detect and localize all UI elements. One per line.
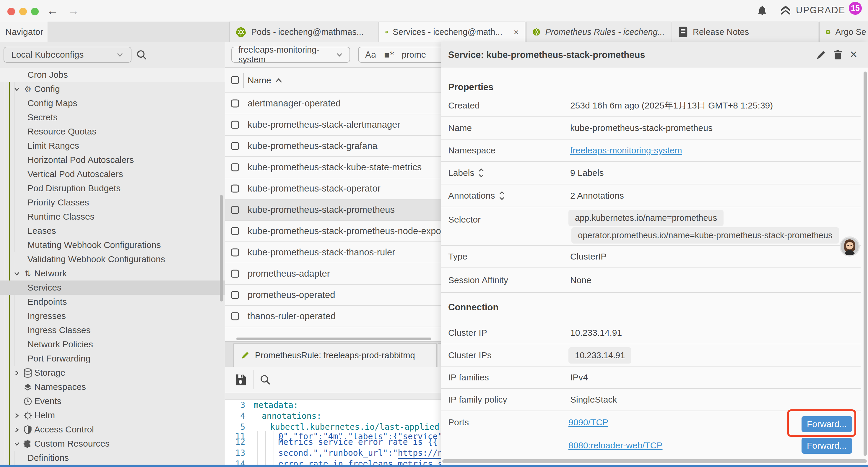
sidebar-item-pod-disruption-budgets[interactable]: Pod Disruption Budgets [0,181,225,195]
sidebar-group-custom-resources[interactable]: Custom Resources [0,437,225,451]
window-close-button[interactable] [7,8,15,16]
sidebar-item-horizontal-pod-autoscalers[interactable]: Horizontal Pod Autoscalers [0,153,225,167]
table-row-selected[interactable]: kube-prometheus-stack-prometheus [225,200,441,221]
bottom-accent-bar [0,465,868,467]
table-row[interactable]: alertmanager-operated [225,93,441,114]
row-checkbox[interactable] [231,206,239,214]
match-case-icon[interactable]: Aa [365,50,376,60]
table-row[interactable]: prometheus-operated [225,285,441,306]
row-checkbox[interactable] [231,291,239,299]
sidebar-item-priority-classes[interactable]: Priority Classes [0,195,225,209]
search-icon[interactable] [136,49,148,61]
table-row[interactable]: kube-prometheus-stack-alertmanager [225,114,441,136]
sidebar-group-config[interactable]: ⚙ Config [0,82,225,96]
sidebar-item-leases[interactable]: Leases [0,224,225,238]
panel-scrollbar[interactable] [864,71,867,456]
search-icon[interactable] [259,374,271,386]
puzzle-icon [23,439,33,449]
forward-arrow-icon[interactable]: → [67,4,79,17]
window-zoom-button[interactable] [31,8,39,16]
filter-input[interactable]: Aa ▪* prome [358,47,441,63]
edit-pencil-icon [241,351,250,360]
expander-icon[interactable] [499,191,505,200]
row-checkbox[interactable] [231,249,239,257]
table-horizontal-scrollbar[interactable] [236,338,431,340]
port-link[interactable]: 9090/TCP [568,417,608,428]
layers-icon [23,382,33,392]
regex-icon[interactable]: ▪* [384,50,394,60]
namespace-link[interactable]: freeleaps-monitoring-system [570,145,682,155]
sidebar-item-ingress-classes[interactable]: Ingress Classes [0,323,225,337]
sidebar-item-events[interactable]: Events [0,394,225,408]
row-checkbox[interactable] [231,227,239,235]
kubernetes-icon [236,27,246,37]
namespace-select[interactable]: freeleaps-monitoring-system [231,47,350,63]
table-row[interactable]: kube-prometheus-stack-thanos-ruler [225,242,441,263]
close-icon[interactable]: × [850,47,857,62]
sidebar-item-secrets[interactable]: Secrets [0,110,225,124]
editor-tab-partial[interactable] [438,344,441,367]
sidebar-item-config-maps[interactable]: Config Maps [0,96,225,110]
editor-tab-prometheusrule[interactable]: PrometheusRule: freeleaps-prod-rabbitmq [234,344,437,367]
sidebar-item-validating-webhook-configurations[interactable]: Validating Webhook Configurations [0,252,225,266]
row-checkbox[interactable] [231,99,239,108]
expander-icon[interactable] [478,168,484,178]
select-all-checkbox[interactable] [231,76,239,84]
table-row[interactable]: kube-prometheus-stack-kube-state-metrics [225,157,441,178]
tab-services[interactable]: Services - icecheng@math... × [379,22,525,42]
kubeconfig-select[interactable]: Local Kubeconfigs [4,47,131,63]
row-checkbox[interactable] [231,313,239,320]
sidebar-item-resource-quotas[interactable]: Resource Quotas [0,124,225,139]
notification-count-badge[interactable]: 15 [849,2,862,15]
back-arrow-icon[interactable]: ← [47,4,59,17]
sidebar-item-services[interactable]: Services [0,281,225,295]
table-row[interactable]: kube-prometheus-stack-prometheus-node-ex… [225,221,441,242]
sidebar-item-network-policies[interactable]: Network Policies [0,337,225,351]
release-notes-icon [678,26,688,37]
row-checkbox[interactable] [231,164,239,171]
port-link[interactable]: 8080:reloader-web/TCP [568,440,663,450]
row-checkbox[interactable] [231,142,239,150]
sidebar-group-helm[interactable]: Helm [0,408,225,422]
sidebar-item-namespaces[interactable]: Namespaces [0,380,225,394]
sidebar-scrollbar[interactable] [220,195,223,301]
forward-button[interactable]: Forward... [802,438,852,454]
panel-horizontal-scrollbar[interactable] [442,459,867,463]
sidebar-item-cron-jobs[interactable]: Cron Jobs [0,68,225,82]
upgrade-button[interactable]: UPGRADE [779,4,845,17]
sidebar-item-ingresses[interactable]: Ingresses [0,309,225,323]
sidebar-group-network[interactable]: ⇅ Network [0,266,225,281]
tab-argo[interactable]: Argo Se [819,22,868,42]
sort-asc-icon[interactable] [275,78,282,83]
table-row[interactable]: thanos-ruler-operated [225,306,441,327]
avatar[interactable] [840,236,860,257]
tab-pods[interactable]: Pods - icecheng@mathmas... [229,22,378,42]
sidebar-item-endpoints[interactable]: Endpoints [0,295,225,309]
sidebar-group-access-control[interactable]: Access Control [0,422,225,437]
bell-icon[interactable] [756,5,768,17]
tab-release-notes[interactable]: Release Notes [672,22,818,42]
row-checkbox[interactable] [231,185,239,193]
save-icon[interactable] [234,373,247,386]
sidebar-item-port-forwarding[interactable]: Port Forwarding [0,351,225,366]
window-minimize-button[interactable] [19,8,27,16]
yaml-editor[interactable]: 3metadata: 4annotations: 5kubectl.kubern… [225,400,441,465]
sidebar-group-storage[interactable]: Storage [0,366,225,380]
sidebar-item-vertical-pod-autoscalers[interactable]: Vertical Pod Autoscalers [0,167,225,181]
sidebar-item-definitions[interactable]: Definitions [0,451,225,465]
row-checkbox[interactable] [231,121,239,129]
tab-strip: Navigator Pods - icecheng@mathmas... Ser… [0,22,868,42]
table-row[interactable]: kube-prometheus-stack-operator [225,178,441,200]
sidebar-item-mutating-webhook-configurations[interactable]: Mutating Webhook Configurations [0,238,225,252]
table-row[interactable]: kube-prometheus-stack-grafana [225,136,441,157]
sidebar-item-runtime-classes[interactable]: Runtime Classes [0,209,225,224]
tab-close-icon[interactable]: × [514,27,519,37]
table-row[interactable]: prometheus-adapter [225,263,441,285]
chevron-down-icon [13,441,20,447]
trash-icon[interactable] [833,50,843,60]
edit-pencil-icon[interactable] [816,50,826,60]
row-checkbox[interactable] [231,270,239,278]
tab-prometheus-rules[interactable]: Prometheus Rules - icecheng... [526,22,671,42]
column-name-header[interactable]: Name [248,68,271,93]
sidebar-item-limit-ranges[interactable]: Limit Ranges [0,139,225,153]
